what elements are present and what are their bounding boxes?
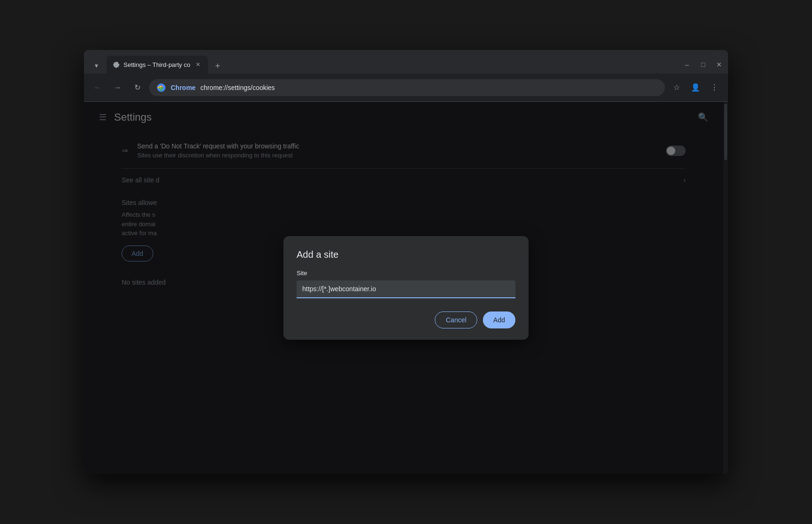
window-controls: – □ ✕ [682, 59, 724, 74]
title-bar: ▾ Settings – Third-party co ✕ + – □ ✕ [84, 50, 728, 74]
menu-button[interactable]: ⋮ [706, 80, 722, 96]
forward-button[interactable]: → [109, 80, 125, 96]
url-display: chrome://settings/cookies [200, 84, 657, 91]
cancel-button[interactable]: Cancel [435, 311, 477, 328]
tab-area: ▾ Settings – Third-party co ✕ + [88, 56, 682, 74]
browser-window: ▾ Settings – Third-party co ✕ + – □ ✕ ← … [84, 50, 728, 474]
maximize-button[interactable]: □ [698, 59, 708, 70]
bookmark-button[interactable]: ☆ [669, 80, 685, 96]
modal-overlay: Add a site Site Cancel Add [84, 102, 728, 474]
tab-settings-icon [112, 61, 120, 68]
site-field-label: Site [297, 270, 515, 277]
active-tab[interactable]: Settings – Third-party co ✕ [107, 56, 208, 74]
dialog-actions: Cancel Add [297, 311, 515, 328]
chrome-logo-icon [157, 83, 166, 92]
chrome-brand-label: Chrome [171, 84, 196, 91]
site-input[interactable] [297, 280, 515, 298]
reload-button[interactable]: ↻ [129, 80, 145, 96]
back-button[interactable]: ← [90, 80, 106, 96]
profile-button[interactable]: 👤 [688, 80, 704, 96]
add-site-dialog: Add a site Site Cancel Add [283, 236, 529, 340]
toolbar: ← → ↻ Chrome chrome://settings/cookies ☆… [84, 74, 728, 102]
tab-title: Settings – Third-party co [124, 61, 190, 68]
tab-dropdown-button[interactable]: ▾ [88, 57, 105, 74]
dialog-title: Add a site [297, 249, 515, 260]
new-tab-button[interactable]: + [210, 58, 225, 74]
add-button[interactable]: Add [483, 311, 515, 328]
toolbar-actions: ☆ 👤 ⋮ [669, 80, 722, 96]
close-button[interactable]: ✕ [714, 59, 724, 70]
main-content: ☰ Settings 🔍 ⇒ Send a 'Do Not Track' req… [84, 102, 728, 474]
minimize-button[interactable]: – [682, 59, 692, 70]
address-bar[interactable]: Chrome chrome://settings/cookies [149, 79, 665, 96]
tab-close-button[interactable]: ✕ [194, 60, 202, 69]
